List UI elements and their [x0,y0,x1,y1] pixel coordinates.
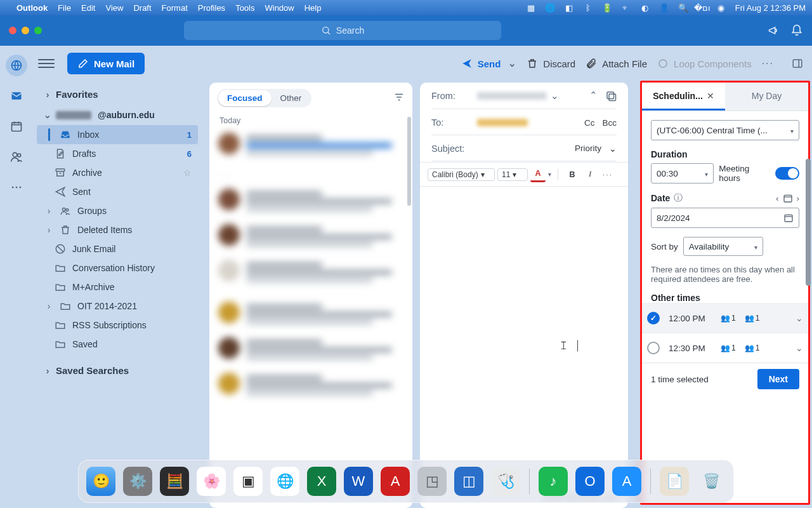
time-slot-1230[interactable]: 12:30 PM 👥1 👥1 ⌄ [642,333,808,363]
filter-icon[interactable] [393,91,405,105]
menu-help[interactable]: Help [304,3,322,13]
duration-select[interactable]: 00:30 [651,163,714,184]
status-app-icon[interactable]: ◧ [564,3,574,13]
sidebar-item-oit[interactable]: › OIT 2014-2021 [37,297,198,316]
tab-scheduling[interactable]: Schedulin... ✕ [642,83,725,110]
sidebar-item-sent[interactable]: Sent [37,182,198,201]
dock-outlook-icon[interactable]: O [575,467,605,496]
collapse-icon[interactable]: ⌃ [589,90,598,102]
sidebar-item-rss[interactable]: RSS Subscriptions [37,316,198,335]
status-wifi-icon[interactable]: ᯤ [621,3,631,13]
status-user-icon[interactable]: 👤 [659,3,669,13]
dock-app1-icon[interactable]: ◳ [417,467,447,496]
rail-people-icon[interactable] [6,146,27,168]
dock-word-icon[interactable]: W [344,467,373,496]
window-controls[interactable] [9,27,42,34]
sidebar-item-deleted[interactable]: › Deleted Items [37,220,198,239]
status-globe-icon[interactable]: 🌐 [545,3,555,13]
rail-home-icon[interactable] [6,55,27,76]
info-icon[interactable]: ⓘ [674,192,683,204]
status-dnd-icon[interactable]: ◐ [640,3,650,13]
rail-calendar-icon[interactable] [6,116,27,137]
dock-app2-icon[interactable]: ◫ [454,467,483,496]
menu-profiles[interactable]: Profiles [198,3,225,13]
priority-chevron-icon[interactable]: ⌄ [609,144,617,154]
dock-diskutil-icon[interactable]: 🩺 [491,467,520,496]
italic-button[interactable]: I [582,168,598,182]
popout-icon[interactable] [605,90,617,102]
send-button[interactable]: Send ⌄ [461,58,517,69]
expand-slot-icon[interactable]: ⌄ [796,343,803,353]
date-input[interactable]: 8/2/2024 [651,208,799,228]
dock-trash-icon[interactable]: 🗑️ [697,467,726,496]
loop-components-button[interactable]: Loop Components [657,58,752,69]
message-list-scrollbar[interactable] [407,117,411,503]
status-office-icon[interactable]: ▦ [526,3,536,13]
slot-radio[interactable] [647,312,660,324]
tab-my-day[interactable]: My Day [725,83,808,110]
dock-spotify-icon[interactable]: ♪ [539,467,568,496]
dock-appstore-icon[interactable]: A [612,467,641,496]
window-scrollbar[interactable] [803,52,812,508]
dock-acrobat-icon[interactable]: A [381,467,410,496]
dock-calculator-icon[interactable]: 🧮 [160,467,189,496]
dock-photos-icon[interactable]: 🌸 [197,467,226,496]
dock-settings-icon[interactable]: ⚙️ [123,467,152,496]
focused-other-toggle[interactable]: Focused Other [217,89,311,107]
meeting-hours-toggle[interactable] [775,167,799,180]
saved-searches-section[interactable]: ›Saved Searches [37,360,198,381]
dock-chrome-icon[interactable]: 🌐 [270,467,299,496]
sidebar-item-archive[interactable]: Archive ☆ [37,163,198,182]
font-color-button[interactable]: A [530,166,546,182]
rail-more-icon[interactable] [6,177,27,198]
sidebar-item-convhist[interactable]: Conversation History [37,258,198,277]
toolbar-more-icon[interactable]: ··· [762,58,774,69]
sidebar-item-junk[interactable]: Junk Email [37,239,198,258]
menu-app[interactable]: Outlook [16,3,48,13]
zoom-window-icon[interactable] [34,27,42,34]
bold-button[interactable]: B [565,168,580,182]
tab-other[interactable]: Other [272,90,311,106]
dock-finder-icon[interactable]: 🙂 [86,467,115,496]
sidebar-item-drafts[interactable]: Drafts 6 [37,144,198,163]
tab-focused[interactable]: Focused [218,90,272,106]
subject-row[interactable]: Subject: Priority⌄ [420,136,628,162]
menubar-clock[interactable]: Fri Aug 2 12:36 PM [735,3,806,13]
slot-radio[interactable] [647,342,660,354]
menu-window[interactable]: Window [265,3,294,13]
panel-toggle-icon[interactable] [792,58,803,69]
dock-screenshot-icon[interactable]: ▣ [233,467,263,496]
cc-button[interactable]: Cc [584,118,595,128]
status-battery-icon[interactable]: 🔋 [602,3,612,13]
font-color-chevron-icon[interactable]: ▾ [548,171,551,178]
date-prev-icon[interactable]: ‹ [776,194,779,203]
search-input[interactable]: Search [184,21,501,40]
dock-file-icon[interactable]: 📄 [660,467,689,496]
calendar-icon[interactable] [783,193,793,203]
expand-slot-icon[interactable]: ⌄ [796,313,803,323]
menu-view[interactable]: View [105,3,123,13]
sidebar-item-marchive[interactable]: M+Archive [37,277,198,297]
close-window-icon[interactable] [9,27,16,34]
minimize-window-icon[interactable] [22,27,29,34]
menu-format[interactable]: Format [162,3,188,13]
account-header[interactable]: ⌄@auburn.edu [37,105,198,125]
attach-file-button[interactable]: Attach File [586,58,647,69]
menu-edit[interactable]: Edit [81,3,95,13]
send-chevron-icon[interactable]: ⌄ [508,58,516,69]
time-slot-1200[interactable]: 12:00 PM 👥1 👥1 ⌄ [642,303,808,333]
next-button[interactable]: Next [757,369,799,389]
star-icon[interactable]: ☆ [183,168,192,178]
sidebar-item-saved[interactable]: Saved [37,335,198,354]
font-select[interactable]: Calibri (Body)▾ [428,168,495,181]
status-spotlight-icon[interactable]: 🔍 [678,3,688,13]
font-size-select[interactable]: 11▾ [497,168,528,181]
priority-label[interactable]: Priority [575,144,601,154]
dock-excel-icon[interactable]: X [307,467,336,496]
discard-button[interactable]: Discard [527,58,575,69]
hamburger-icon[interactable] [38,59,55,68]
status-bluetooth-icon[interactable]: ᛒ [583,3,593,13]
to-row[interactable]: To: Cc Bcc [420,110,628,136]
format-more-icon[interactable]: ··· [600,168,615,182]
bcc-button[interactable]: Bcc [602,118,617,128]
